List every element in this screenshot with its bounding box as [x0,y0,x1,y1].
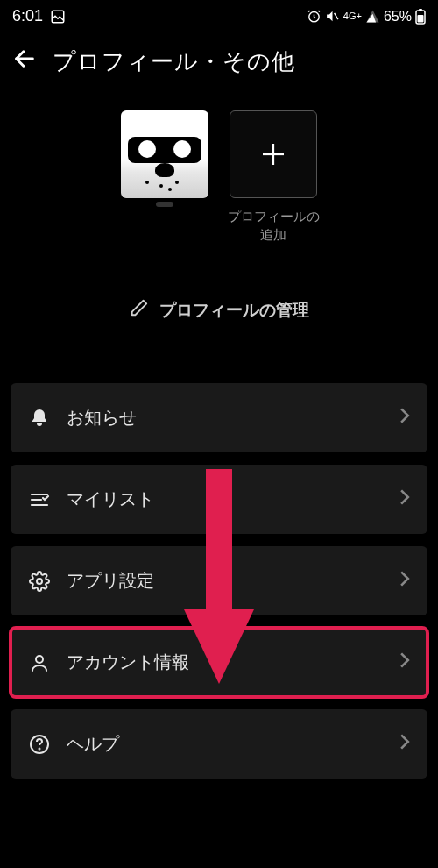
mute-vibrate-icon [325,9,340,24]
svg-line-2 [334,13,337,19]
profile-add[interactable]: プロフィールの追加 [227,110,320,244]
person-icon [28,652,51,673]
svg-rect-5 [418,15,424,23]
menu-item-mylist[interactable]: マイリスト [11,465,427,534]
back-arrow-icon[interactable] [12,46,37,77]
profile-add-label: プロフィールの追加 [227,207,320,244]
menu-item-notifications[interactable]: お知らせ [11,383,427,452]
avatar [121,110,208,198]
svg-point-12 [37,579,42,584]
menu-list: お知らせ マイリスト アプリ設定 アカウント情報 [0,383,438,779]
profiles-row: プロフィールの追加 [0,110,438,244]
bell-icon [28,408,51,429]
status-bar: 6:01 4G+ 65% [0,0,438,29]
gallery-icon [50,9,66,25]
menu-label: アカウント情報 [67,651,384,674]
chevron-right-icon [399,734,410,754]
page-title: プロフィール・その他 [53,46,295,77]
menu-label: ヘルプ [67,732,384,756]
signal-icon [365,9,380,24]
manage-profiles-button[interactable]: プロフィールの管理 [0,298,438,322]
battery-icon [415,9,426,25]
alarm-icon [307,9,321,24]
status-time: 6:01 [12,7,43,25]
menu-item-app-settings[interactable]: アプリ設定 [11,546,427,615]
gear-icon [28,571,51,592]
help-icon [28,734,51,755]
menu-label: お知らせ [67,406,384,430]
manage-profiles-label: プロフィールの管理 [159,299,309,322]
current-profile-indicator [156,202,173,207]
menu-label: アプリ設定 [67,569,384,593]
svg-point-15 [39,748,40,749]
chevron-right-icon [399,652,410,672]
page-header: プロフィール・その他 [0,29,438,95]
pencil-icon [130,298,149,322]
list-check-icon [28,489,51,510]
profile-current[interactable] [118,110,211,244]
menu-item-help[interactable]: ヘルプ [11,709,427,779]
svg-rect-4 [419,9,422,11]
chevron-right-icon [399,489,410,509]
menu-label: マイリスト [67,487,384,511]
plus-icon [230,110,317,198]
battery-percent: 65% [384,9,412,25]
menu-item-account[interactable]: アカウント情報 [11,628,427,697]
chevron-right-icon [399,571,410,591]
svg-point-13 [36,656,43,663]
chevron-right-icon [399,408,410,428]
network-type: 4G+ [343,11,362,21]
